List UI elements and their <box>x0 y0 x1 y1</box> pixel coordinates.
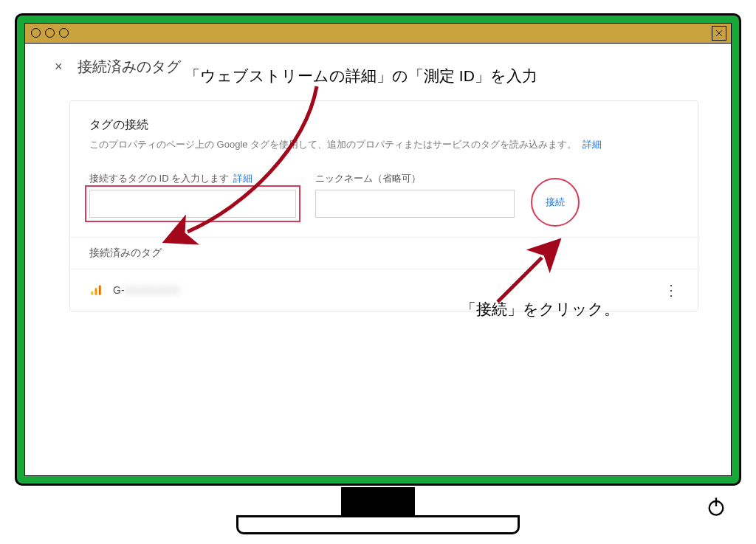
form-row: 接続するタグの ID を入力します 詳細 ニックネーム（省略可） <box>89 172 678 224</box>
svg-rect-2 <box>91 291 93 295</box>
tag-id-label-link[interactable]: 詳細 <box>233 173 252 184</box>
svg-rect-4 <box>99 285 101 295</box>
connect-button-label: 接続 <box>546 196 565 209</box>
section-title: タグの接続 <box>89 117 678 133</box>
tag-id-blurred: XXXXXXXX <box>125 284 180 296</box>
nickname-field: ニックネーム（省略可） <box>315 172 515 218</box>
window-dot <box>45 28 55 38</box>
window-dot <box>31 28 41 38</box>
window-dot <box>59 28 69 38</box>
tag-id-label-text: 接続するタグの ID を入力します <box>89 173 229 184</box>
monitor-frame: 「ウェブストリームの詳細」の「測定 ID」を入力 × 接続済みのタグ タグの接続… <box>15 13 741 486</box>
nickname-label: ニックネーム（省略可） <box>315 172 515 185</box>
connected-tags-header: 接続済みのタグ <box>70 237 698 269</box>
section-description-link[interactable]: 詳細 <box>583 139 602 150</box>
annotation-top: 「ウェブストリームの詳細」の「測定 ID」を入力 <box>185 66 537 86</box>
power-icon <box>706 496 726 517</box>
section-description-text: このプロパティのページ上の Google タグを使用して、追加のプロパティまたは… <box>89 139 577 150</box>
settings-card: タグの接続 このプロパティのページ上の Google タグを使用して、追加のプロ… <box>69 100 698 311</box>
monitor-stand-neck <box>341 487 415 517</box>
svg-rect-3 <box>95 288 97 295</box>
window-content: 「ウェブストリームの詳細」の「測定 ID」を入力 × 接続済みのタグ タグの接続… <box>25 44 731 476</box>
panel-close-button[interactable]: × <box>55 59 63 75</box>
analytics-icon <box>89 283 103 297</box>
tag-id-input[interactable] <box>89 190 296 218</box>
monitor-stand-base <box>236 515 520 534</box>
kebab-menu-icon[interactable]: ⋮ <box>664 283 678 297</box>
tag-id-field: 接続するタグの ID を入力します 詳細 <box>89 172 296 218</box>
panel-title: 接続済みのタグ <box>78 57 181 77</box>
window-title-bar <box>25 24 731 44</box>
section-description: このプロパティのページ上の Google タグを使用して、追加のプロパティまたは… <box>89 137 678 153</box>
app-window: 「ウェブストリームの詳細」の「測定 ID」を入力 × 接続済みのタグ タグの接続… <box>24 23 732 476</box>
tag-id-prefix: G- <box>113 284 125 296</box>
tag-id-label: 接続するタグの ID を入力します 詳細 <box>89 172 296 185</box>
nickname-input[interactable] <box>315 190 515 218</box>
traffic-lights <box>31 28 69 38</box>
connect-button[interactable]: 接続 <box>534 181 577 224</box>
annotation-right: 「接続」をクリック。 <box>461 299 619 320</box>
connected-tag-id: G-XXXXXXXX <box>113 284 179 296</box>
window-close-button[interactable] <box>712 26 726 41</box>
